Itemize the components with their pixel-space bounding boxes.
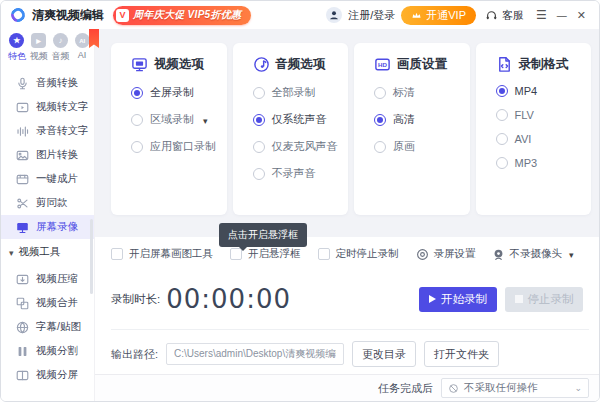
sidebar-item-video-to-text[interactable]: 视频转文字 bbox=[1, 95, 94, 119]
radio-option[interactable]: 标清 bbox=[374, 85, 470, 100]
radio-option[interactable]: 全屏录制 bbox=[131, 85, 227, 100]
tab-video[interactable]: ▶视频 bbox=[29, 33, 49, 63]
checkbox-screen-draw-tool[interactable]: 开启屏幕画图工具 bbox=[111, 247, 213, 261]
radio-option[interactable]: 高清 bbox=[374, 112, 470, 127]
chevron-down-icon bbox=[9, 246, 14, 258]
split-icon bbox=[16, 345, 29, 358]
radio-indicator bbox=[253, 114, 265, 126]
open-vip-button[interactable]: 开通VIP bbox=[401, 6, 476, 25]
mic-icon bbox=[16, 77, 29, 90]
radio-label: MP4 bbox=[515, 85, 538, 97]
radio-option[interactable]: MP4 bbox=[496, 85, 592, 97]
panel-audio-options: 音频选项全部录制仅系统声音仅麦克风声音不录声音 bbox=[233, 43, 349, 215]
video-text-icon bbox=[16, 101, 29, 114]
sidebar-feature-list: 音频转换视频转文字录音转文字图片转换一键成片剪同款屏幕录像 bbox=[1, 71, 94, 239]
change-directory-button[interactable]: 更改目录 bbox=[352, 341, 416, 367]
radio-indicator bbox=[131, 114, 143, 126]
tool-item-label: 不录摄像头 bbox=[510, 247, 563, 261]
sidebar-item-label: 音频转换 bbox=[36, 76, 78, 90]
sidebar-item-image-convert[interactable]: 图片转换 bbox=[1, 143, 94, 167]
radio-label: 全屏录制 bbox=[150, 85, 194, 100]
radio-label: 仅系统声音 bbox=[272, 112, 327, 127]
register-login-link[interactable]: 注册/登录 bbox=[348, 8, 395, 23]
sidebar-item-label: 视频分屏 bbox=[36, 368, 78, 382]
sidebar-item-video-split[interactable]: 视频分割 bbox=[1, 339, 94, 363]
start-recording-button[interactable]: 开始录制 bbox=[419, 287, 497, 312]
radio-indicator bbox=[253, 141, 265, 153]
radio-label: 不录声音 bbox=[272, 166, 316, 181]
panel-quality-settings: HD画质设置标清高清原画 bbox=[354, 43, 470, 215]
record-settings-button[interactable]: 录屏设置 bbox=[416, 247, 476, 261]
anniversary-promo-banner[interactable]: V 周年庆大促 VIP5折优惠 bbox=[113, 6, 251, 25]
menu-icon[interactable] bbox=[531, 1, 552, 29]
sidebar-item-clip-same-style[interactable]: 剪同款 bbox=[1, 191, 94, 215]
close-icon[interactable] bbox=[572, 1, 591, 29]
radio-label: 仅麦克风声音 bbox=[272, 139, 338, 154]
tab-audio[interactable]: ♪音频 bbox=[51, 33, 71, 63]
app-title: 清爽视频编辑 bbox=[32, 7, 104, 24]
sidebar-group-video-tools[interactable]: 视频工具 bbox=[1, 240, 94, 264]
radio-option[interactable]: 全部录制 bbox=[253, 85, 349, 100]
sidebar-item-label: 视频合并 bbox=[36, 296, 78, 310]
stop-icon bbox=[515, 295, 523, 303]
radio-option[interactable]: 应用窗口录制 bbox=[131, 139, 227, 154]
sidebar-item-video-splitscreen[interactable]: 视频分屏 bbox=[1, 363, 94, 387]
wave-icon bbox=[16, 125, 29, 138]
record-settings-icon bbox=[416, 248, 429, 261]
service-label: 客服 bbox=[502, 8, 524, 23]
sidebar-item-one-click-film[interactable]: 一键成片 bbox=[1, 167, 94, 191]
sidebar-item-audio-convert[interactable]: 音频转换 bbox=[1, 71, 94, 95]
panel-title: 视频选项 bbox=[154, 56, 204, 73]
checkbox-label: 定时停止录制 bbox=[336, 247, 399, 261]
camera-option-dropdown[interactable]: 不录摄像头 bbox=[492, 247, 574, 261]
open-folder-button[interactable]: 打开文件夹 bbox=[424, 341, 499, 367]
user-avatar[interactable] bbox=[326, 7, 342, 23]
output-path-input[interactable] bbox=[166, 343, 344, 365]
radio-label: 高清 bbox=[393, 112, 415, 127]
sidebar-item-video-merge[interactable]: 视频合并 bbox=[1, 291, 94, 315]
sidebar-scrollbar[interactable] bbox=[90, 219, 93, 294]
svg-text:HD: HD bbox=[378, 61, 387, 68]
radio-indicator bbox=[374, 141, 386, 153]
radio-option[interactable]: AVI bbox=[496, 133, 592, 145]
panel-title: 画质设置 bbox=[397, 56, 447, 73]
monitor-icon bbox=[131, 56, 148, 73]
checkbox-timed-stop[interactable]: 定时停止录制 bbox=[318, 247, 399, 261]
sidebar-group-label: 视频工具 bbox=[19, 245, 61, 259]
stop-recording-label: 停止录制 bbox=[528, 292, 574, 307]
radio-indicator bbox=[496, 85, 508, 97]
sidebar-tool-list: 视频压缩视频合并字幕/贴图视频分割视频分屏 bbox=[1, 267, 94, 387]
floating-box-tooltip: 点击开启悬浮框 bbox=[219, 223, 307, 247]
image-icon bbox=[16, 149, 29, 162]
radio-option[interactable]: FLV bbox=[496, 109, 592, 121]
panel-title: 音频选项 bbox=[276, 56, 326, 73]
radio-option[interactable]: 仅麦克风声音 bbox=[253, 139, 349, 154]
sidebar-item-video-compress[interactable]: 视频压缩 bbox=[1, 267, 94, 291]
radio-option[interactable]: 区域录制 bbox=[131, 112, 227, 127]
radio-option[interactable]: 原画 bbox=[374, 139, 470, 154]
tab-featured[interactable]: ★特色 bbox=[7, 33, 27, 63]
radio-option[interactable]: MP3 bbox=[496, 157, 592, 169]
radio-indicator bbox=[253, 168, 265, 180]
sidebar-item-screen-record[interactable]: 屏幕录像 bbox=[1, 215, 94, 239]
output-path-label: 输出路径: bbox=[111, 347, 158, 362]
radio-option[interactable]: 不录声音 bbox=[253, 166, 349, 181]
radio-indicator bbox=[374, 87, 386, 99]
minimize-icon[interactable] bbox=[552, 1, 572, 30]
radio-label: FLV bbox=[515, 109, 534, 121]
after-task-dropdown[interactable]: 不采取任何操作 bbox=[441, 378, 589, 398]
status-bar: 任务完成后 不采取任何操作 bbox=[95, 374, 599, 401]
sidebar-item-record-to-text[interactable]: 录音转文字 bbox=[1, 119, 94, 143]
tab-label: 特色 bbox=[8, 50, 26, 63]
radio-label: AVI bbox=[515, 133, 532, 145]
star-icon: ★ bbox=[9, 33, 24, 48]
radio-label: 应用窗口录制 bbox=[150, 139, 216, 154]
sidebar-item-label: 视频转文字 bbox=[36, 100, 89, 114]
stop-recording-button[interactable]: 停止录制 bbox=[505, 287, 583, 312]
radio-option[interactable]: 仅系统声音 bbox=[253, 112, 349, 127]
play-icon bbox=[429, 295, 436, 303]
sidebar-item-subtitle-sticker[interactable]: 字幕/贴图 bbox=[1, 315, 94, 339]
tab-label: 音频 bbox=[51, 50, 69, 63]
play-icon: ▶ bbox=[31, 33, 46, 48]
customer-service-button[interactable]: 客服 bbox=[485, 8, 524, 23]
